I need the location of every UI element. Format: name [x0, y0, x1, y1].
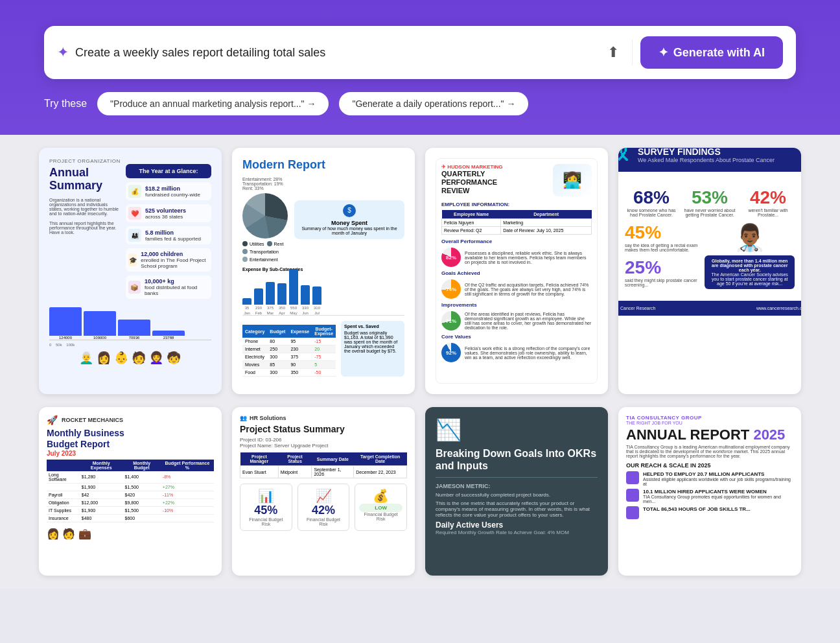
- card-annual-2025[interactable]: TIA CONSULTANCY GROUP THE RIGHT JOB FOR …: [618, 407, 801, 576]
- card3-core-values-label: Core Values: [441, 334, 592, 340]
- card-okr[interactable]: 📉 Breaking Down Goals Into OKRs and Inpu…: [425, 407, 608, 576]
- chart-icon-3: 💰: [359, 488, 402, 504]
- card3-logo: ✈ HUDSON MARKETING QUARTERLYPERFORMANCER…: [441, 164, 503, 196]
- card2-pie-labels: Entertainment: 28% Transportation: 19% R…: [242, 177, 288, 191]
- chart-icon-1: 📊: [244, 488, 288, 504]
- card3-header: ✈ HUDSON MARKETING QUARTERLYPERFORMANCER…: [441, 164, 592, 196]
- card4-subtitle: We Asked Male Respondents About Prostate…: [638, 157, 775, 163]
- try-these-label: Try these: [44, 98, 87, 110]
- card3-emp-table: Employee NameDepartment Felicia NguyenMa…: [441, 210, 592, 235]
- ribbon-icon: 🎗: [618, 148, 633, 165]
- card1-desc: Organization is a national organizations…: [49, 198, 121, 216]
- card7-divider: [436, 477, 598, 478]
- card4-footer: 🎗 Cancer Research www.cancerresearch.org: [618, 301, 801, 316]
- generate-sparkle-icon: ✦: [659, 45, 668, 60]
- chart-icon-2: 📈: [302, 488, 345, 504]
- generate-button[interactable]: ✦ Generate with AI: [640, 36, 783, 69]
- card7-metric-text: This is the one metric that accurately r…: [436, 500, 598, 518]
- card6-inner: 👥 HR Solutions Project Status Summary Pr…: [232, 407, 415, 576]
- card3-improvements-metric: 71% Of the areas identified in past revi…: [441, 311, 592, 331]
- card2-spent-saved: Spent vs. Saved Budget was originally $1…: [341, 321, 404, 377]
- card2-saved-label: Spent vs. Saved: [344, 324, 401, 329]
- okr-chart-icon: 📉: [436, 417, 598, 442]
- gallery-section: Project Organization AnnualSummary Organ…: [0, 135, 840, 589]
- card6-metric-2: 📈 42% Financial Budget Risk: [298, 484, 350, 531]
- card6-metric-1: 📊 45% Financial Budget Risk: [240, 484, 292, 531]
- card6-risk-level: LOW: [359, 504, 402, 512]
- card5-table: Monthly ExpensesMonthly BudgetBudget Per…: [47, 460, 214, 522]
- card3-overall-metric: 82% Possesses a disciplined, reliable wo…: [441, 248, 592, 267]
- card1-desc2: This annual report highlights the perfor…: [49, 221, 121, 235]
- card1-glance-title: The Year at a Glance:: [126, 164, 211, 178]
- upload-button[interactable]: ⬆: [602, 41, 624, 64]
- card4-stat-row-1: 68% know someone who has had Prostate Ca…: [625, 187, 795, 217]
- card4-header: 🎗 SURVEY FINDINGS We Asked Male Responde…: [618, 148, 801, 172]
- card4-stats: 68% know someone who has had Prostate Ca…: [618, 177, 801, 296]
- card3-overall-label: Overall Performance: [441, 239, 592, 244]
- card3-core-values-metric: 92% Felicia's work ethic is a strong ref…: [441, 343, 592, 362]
- card4-lower-section: 45% say the idea of getting a rectal exa…: [625, 222, 795, 289]
- gallery-row-2: 🚀 ROCKET MECHANICS Monthly BusinessBudge…: [13, 407, 827, 589]
- card-modern-report[interactable]: Modern Report Entertainment: 28% Transpo…: [232, 148, 415, 394]
- card7-dau-desc: Required Monthly Growth Rate to Achieve …: [436, 530, 598, 535]
- card6-id: Project ID: 03-206: [240, 437, 407, 443]
- card3-emp-label: EMPLOYEE INFORMATION:: [441, 202, 592, 207]
- card7-inner: 📉 Breaking Down Goals Into OKRs and Inpu…: [425, 407, 608, 576]
- card2-pie-area: Entertainment: 28% Transportation: 19% R…: [242, 177, 404, 262]
- card-performance-review[interactable]: ✈ HUDSON MARKETING QUARTERLYPERFORMANCER…: [425, 148, 608, 394]
- card7-dau-title: Daily Active Users: [436, 520, 598, 530]
- card8-item-3: TOTAL 86,543 HOURS OF JOB SKILLS TR...: [626, 506, 793, 519]
- card8-item-1: HELPED TO EMPLOY 20.7 MILLION APPLICANTS…: [626, 471, 793, 486]
- suggestion-2[interactable]: "Generate a daily operations report..." …: [339, 92, 528, 115]
- card2-money-box: $ Money Spent Summary of how much money …: [294, 200, 404, 239]
- card3-inner: ✈ HUDSON MARKETING QUARTERLYPERFORMANCER…: [436, 158, 598, 384]
- card5-inner: 🚀 ROCKET MECHANICS Monthly BusinessBudge…: [39, 407, 222, 576]
- card4-doctor-illus: 👨🏾‍⚕️ Globally, more than 1.4 million me…: [705, 222, 795, 289]
- gallery-row-1: Project Organization AnnualSummary Organ…: [13, 135, 827, 407]
- card2-legend: Utilities Rent Transportation Entertainm…: [242, 241, 288, 262]
- card3-goals-metric: 74% Of the Q2 traffic and acquisition ta…: [441, 279, 592, 299]
- card1-barchart: 124000 109000 70936 23788: [49, 308, 211, 340]
- card-survey-findings[interactable]: 🎗 SURVEY FINDINGS We Asked Male Responde…: [618, 148, 801, 394]
- card3-goals-label: Goals Achieved: [441, 270, 592, 276]
- card8-title: ANNUAL REPORT 2025: [626, 427, 785, 443]
- suggestion-1[interactable]: "Produce an annual marketing analysis re…: [97, 92, 329, 115]
- card1-title: AnnualSummary: [49, 167, 121, 193]
- card2-expense-label: Expense By Sub-Categories: [242, 267, 404, 272]
- suggestions-row: Try these "Produce an annual marketing a…: [44, 92, 796, 115]
- sparkle-icon: ✦: [57, 44, 69, 61]
- card5-header: 🚀 ROCKET MECHANICS: [47, 415, 214, 425]
- card5-title: Monthly BusinessBudget Report: [47, 428, 214, 450]
- card5-people-illus: 👩 🧑 💼: [47, 528, 214, 540]
- card2-title: Modern Report: [242, 158, 404, 172]
- card8-desc: TIA Consultancy Group is a leading Ameri…: [626, 445, 793, 458]
- card4-stat-45: 45% say the idea of getting a rectal exa…: [625, 222, 699, 287]
- search-input-area: ✦ Create a weekly sales report detailing…: [57, 44, 594, 61]
- card-annual-summary[interactable]: Project Organization AnnualSummary Organ…: [39, 148, 222, 394]
- card2-money-desc: Summary of how much money was spent in t…: [298, 226, 401, 235]
- card1-scale: 0 50k 100k: [49, 343, 211, 347]
- card2-table-wrap: CategoryBudgetExpenseBudget-Expense Phon…: [242, 321, 336, 377]
- card2-tables-row: CategoryBudgetExpenseBudget-Expense Phon…: [242, 321, 404, 377]
- card5-brand: ROCKET MECHANICS: [62, 417, 123, 423]
- card6-name: Project Name: Server Upgrade Project: [240, 443, 407, 449]
- card5-date: July 2023: [47, 450, 214, 457]
- card4-footer-logo: Cancer Research: [620, 306, 655, 310]
- card6-table: Project ManagerProject StatusSummary Dat…: [240, 452, 407, 478]
- card6-brand: 👥 HR Solutions: [240, 415, 407, 421]
- reach-icon-3: [626, 506, 639, 519]
- card8-reach-title: OUR REACH & SCALE IN 2025: [626, 462, 793, 469]
- card2-barchart: 35Jan 230Feb 375Mar 350Apr 550May 330Jun…: [242, 277, 404, 316]
- search-text: Create a weekly sales report detailing t…: [75, 46, 594, 60]
- card-monthly-budget[interactable]: 🚀 ROCKET MECHANICS Monthly BusinessBudge…: [39, 407, 222, 576]
- card6-title: Project Status Summary: [240, 424, 407, 434]
- reach-icon-2: [626, 489, 639, 502]
- card6-brand-text: HR Solutions: [250, 415, 286, 421]
- card6-metrics: 📊 45% Financial Budget Risk 📈 42% Financ…: [240, 484, 407, 531]
- card6-metric-3: 💰 LOW Financial Budget Risk: [355, 484, 407, 531]
- card-project-status[interactable]: 👥 HR Solutions Project Status Summary Pr…: [232, 407, 415, 576]
- card7-metric-desc: Number of successfully completed project…: [436, 492, 598, 498]
- card8-item-2: 10.1 MILLION HIRED APPLICANTS WERE WOMEN…: [626, 489, 793, 504]
- card8-inner: TIA CONSULTANCY GROUP THE RIGHT JOB FOR …: [618, 407, 801, 576]
- generate-label: Generate with AI: [673, 46, 765, 60]
